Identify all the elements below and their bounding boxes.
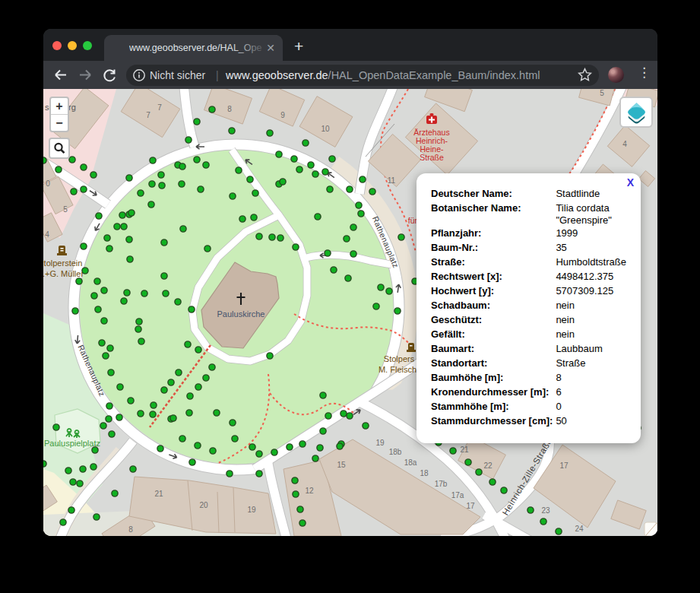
svg-text:4: 4 — [45, 230, 49, 239]
svg-text:23: 23 — [541, 506, 550, 515]
svg-text:4: 4 — [622, 140, 627, 148]
svg-text:18a: 18a — [404, 458, 417, 467]
svg-text:Pauluspielplatz: Pauluspielplatz — [44, 439, 100, 448]
svg-text:rg: rg — [68, 103, 76, 112]
svg-text:8: 8 — [128, 525, 133, 534]
svg-text:17: 17 — [466, 502, 475, 510]
svg-text:Pauluskirche: Pauluskirche — [217, 309, 265, 319]
svg-text:21: 21 — [154, 490, 163, 498]
svg-text:19: 19 — [375, 439, 385, 447]
svg-text:20: 20 — [199, 501, 208, 509]
svg-text:18b: 18b — [389, 448, 402, 456]
svg-text:24: 24 — [575, 525, 584, 533]
svg-text:M. Fleisch: M. Fleisch — [379, 365, 417, 374]
svg-text:17b: 17b — [435, 480, 448, 488]
svg-text:21: 21 — [460, 446, 469, 454]
svg-text:9: 9 — [280, 111, 285, 119]
svg-text:18: 18 — [420, 469, 429, 477]
svg-text:tolperstein: tolperstein — [44, 258, 83, 268]
svg-text:5: 5 — [600, 89, 604, 97]
svg-text:22: 22 — [483, 461, 493, 470]
svg-text:8: 8 — [227, 105, 232, 113]
svg-text:17: 17 — [559, 461, 569, 470]
svg-text:Straße: Straße — [420, 153, 444, 162]
svg-text:12: 12 — [305, 487, 314, 495]
svg-text:10: 10 — [321, 125, 330, 133]
svg-text:0: 0 — [46, 179, 50, 188]
svg-text:15: 15 — [337, 461, 346, 469]
svg-text:7: 7 — [146, 111, 150, 119]
svg-text:Stolpers: Stolpers — [384, 354, 415, 363]
svg-text:19: 19 — [247, 506, 256, 514]
svg-text:.+G. Müller: .+G. Müller — [43, 269, 84, 278]
svg-text:5: 5 — [63, 205, 68, 214]
svg-text:7: 7 — [157, 103, 162, 112]
svg-text:17a: 17a — [451, 491, 464, 499]
svg-text:11: 11 — [388, 176, 396, 185]
